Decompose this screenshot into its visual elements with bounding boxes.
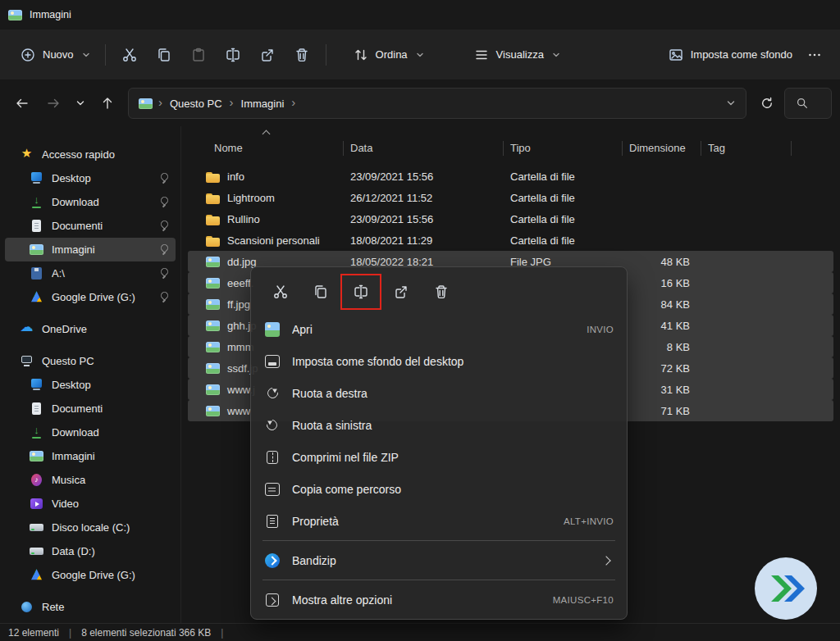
new-icon: [20, 47, 36, 63]
context-menu-item[interactable]: Apri INVIO: [254, 313, 623, 345]
recent-locations-button[interactable]: [71, 89, 90, 117]
file-row[interactable]: info 23/09/2021 15:56 Cartella di file: [188, 166, 833, 187]
rename-button[interactable]: [341, 275, 381, 308]
column-header-tag[interactable]: Tag: [701, 141, 792, 156]
context-menu-item[interactable]: Copia come percorso: [254, 473, 623, 505]
sidebar-item[interactable]: Download: [5, 421, 176, 444]
more-icon: [807, 48, 822, 62]
sidebar-item[interactable]: Musica: [5, 468, 176, 492]
cut-button[interactable]: [112, 39, 147, 70]
column-header-tipo[interactable]: Tipo: [504, 141, 623, 156]
sidebar-item-label: Rete: [42, 601, 169, 613]
chevron-down-icon: [82, 51, 90, 59]
sidebar-item[interactable]: Google Drive (G:): [5, 563, 176, 587]
breadcrumb-questo-pc[interactable]: Questo PC: [168, 95, 224, 112]
context-menu-item[interactable]: Proprietà ALT+INVIO: [254, 505, 623, 537]
sidebar-item[interactable]: Immagini: [5, 238, 176, 261]
sidebar-item[interactable]: Video: [5, 492, 176, 516]
command-bar: Nuovo Ordina Visualizza Imposta come sfo…: [0, 30, 840, 80]
sidebar-item[interactable]: A:\: [5, 261, 176, 285]
new-button[interactable]: Nuovo: [11, 40, 98, 70]
column-header-data[interactable]: Data: [344, 141, 504, 156]
context-menu-item[interactable]: Imposta come sfondo del desktop: [254, 345, 623, 377]
zip-icon: [264, 449, 281, 466]
column-header-dimensione[interactable]: Dimensione: [623, 141, 701, 156]
delete-button[interactable]: [285, 39, 319, 70]
copy-button[interactable]: [301, 275, 340, 308]
set-background-icon: [668, 47, 684, 63]
context-menu: Apri INVIO Imposta come sfondo del deskt…: [250, 266, 628, 620]
sidebar-item[interactable]: Google Drive (G:): [5, 285, 176, 309]
file-date: 18/08/2021 11:29: [344, 234, 504, 247]
file-name: info: [227, 170, 244, 183]
forward-button[interactable]: [39, 89, 67, 117]
context-menu-item[interactable]: Ruota a destra: [254, 377, 623, 409]
rotate-right-icon: [264, 385, 281, 402]
sidebar-item[interactable]: Download: [5, 190, 176, 214]
up-button[interactable]: [94, 89, 121, 117]
quick-actions-bar: [254, 270, 623, 313]
file-row[interactable]: Lightroom 26/12/2021 11:52 Cartella di f…: [188, 187, 833, 208]
sidebar-item[interactable]: Disco locale (C:): [5, 516, 176, 539]
folder-icon: [206, 234, 220, 247]
selection-summary: 8 elementi selezionati 366 KB: [81, 627, 211, 639]
sidebar-item-label: Disco locale (C:): [52, 521, 169, 534]
file-size: 48 KB: [623, 256, 701, 268]
menu-item-label: Mostra altre opzioni: [292, 593, 541, 607]
sidebar-item[interactable]: OneDrive: [5, 317, 176, 341]
column-header-nome[interactable]: Nome: [188, 141, 344, 156]
sidebar-item-label: Documenti: [52, 220, 150, 232]
file-row[interactable]: Scansioni personali 18/08/2021 11:29 Car…: [188, 230, 833, 251]
sidebar-item[interactable]: Documenti: [5, 214, 176, 238]
rename-icon: [353, 284, 369, 300]
sidebar-item-label: Immagini: [52, 243, 150, 256]
menu-item-label: Copia come percorso: [292, 483, 602, 496]
file-date: 23/09/2021 15:56: [344, 170, 504, 183]
search-box[interactable]: [784, 88, 832, 119]
share-button[interactable]: [250, 39, 285, 70]
address-dropdown-icon[interactable]: [726, 98, 736, 108]
breadcrumb[interactable]: › Questo PC › Immagini ›: [128, 88, 746, 119]
sidebar-item-label: Download: [52, 196, 150, 208]
up-icon: [99, 95, 116, 111]
image-icon: [206, 341, 220, 353]
sort-button[interactable]: Ordina: [345, 40, 432, 70]
status-bar: 12 elementi | 8 elementi selezionati 366…: [0, 623, 840, 641]
sidebar-item[interactable]: Documenti: [5, 397, 176, 421]
refresh-button[interactable]: [753, 89, 781, 117]
paste-button[interactable]: [181, 39, 216, 70]
cut-button[interactable]: [261, 275, 300, 308]
sidebar-item[interactable]: Questo PC: [5, 349, 176, 373]
file-row[interactable]: Rullino 23/09/2021 15:56 Cartella di fil…: [188, 208, 833, 230]
copy-button[interactable]: [147, 39, 181, 70]
back-icon: [14, 95, 30, 111]
open-icon: [265, 322, 280, 337]
documents-icon: [30, 220, 43, 232]
context-menu-item[interactable]: Ruota a sinistra: [254, 409, 623, 441]
sidebar-item[interactable]: Immagini: [5, 444, 176, 468]
sidebar-item-label: Accesso rapido: [42, 148, 169, 161]
set-background-button[interactable]: Imposta come sfondo: [660, 40, 801, 70]
rename-button[interactable]: [216, 39, 250, 70]
sidebar-item[interactable]: Desktop: [5, 166, 176, 190]
context-menu-item[interactable]: Mostra altre opzioni MAIUSC+F10: [254, 584, 623, 616]
status-divider: |: [69, 627, 71, 639]
sidebar-item[interactable]: Data (D:): [5, 539, 176, 563]
share-button[interactable]: [381, 275, 421, 308]
context-menu-item[interactable]: Bandizip: [254, 544, 623, 576]
view-button[interactable]: Visualizza: [465, 40, 568, 70]
context-menu-item[interactable]: Comprimi nel file ZIP: [254, 441, 623, 473]
disk-icon: [30, 545, 43, 557]
back-button[interactable]: [8, 89, 36, 117]
floppy-icon: [30, 267, 43, 280]
sidebar-item[interactable]: Accesso rapido: [5, 143, 176, 166]
breadcrumb-immagini[interactable]: Immagini: [240, 95, 286, 112]
file-name: ff.jpg: [227, 298, 250, 311]
more-button[interactable]: [801, 39, 829, 70]
sidebar-item[interactable]: Rete: [5, 595, 176, 619]
rotate-left-icon: [264, 417, 281, 434]
refresh-icon: [759, 95, 775, 111]
sidebar-item[interactable]: Desktop: [5, 373, 176, 397]
menu-item-label: Bandizip: [292, 554, 580, 567]
delete-button[interactable]: [422, 275, 461, 308]
